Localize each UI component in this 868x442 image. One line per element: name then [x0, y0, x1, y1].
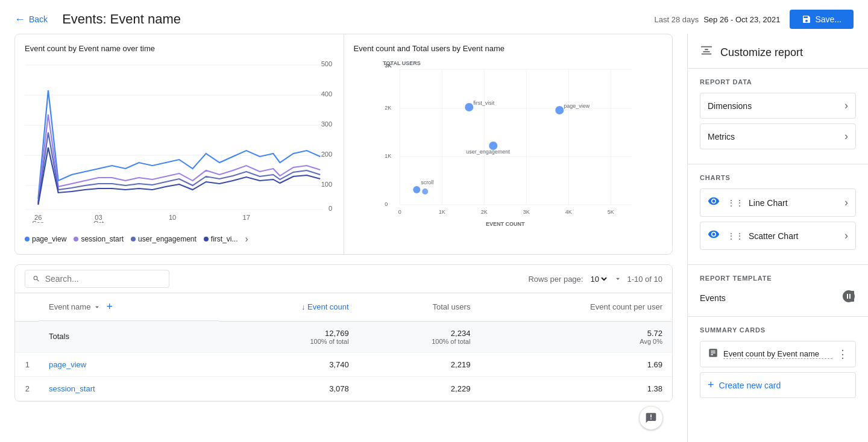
page-title: Events: Event name	[62, 11, 644, 27]
metrics-chevron-icon: ›	[844, 130, 848, 143]
row-2-event-name[interactable]: session_start	[39, 376, 218, 400]
legend-label-session-start: session_start	[81, 235, 124, 243]
template-section: REPORT TEMPLATE Events	[688, 265, 868, 317]
save-label: Save...	[815, 14, 841, 24]
scatter-chart-option-content: ⋮⋮ Scatter Chart	[727, 231, 837, 241]
col-event-count[interactable]: ↓ Event count	[218, 293, 358, 321]
create-card-label: Create new card	[719, 381, 781, 390]
feedback-icon	[645, 412, 657, 424]
charts-row: Event count by Event name over time 500 …	[14, 34, 673, 255]
svg-text:100: 100	[321, 181, 333, 188]
svg-text:4K: 4K	[565, 209, 571, 215]
svg-text:0: 0	[385, 201, 388, 207]
svg-rect-49	[701, 46, 712, 48]
col-total-users-label: Total users	[433, 302, 471, 311]
col-sort-icon	[93, 303, 101, 311]
svg-text:300: 300	[321, 121, 333, 128]
totals-per-user-sub: Avg 0%	[489, 338, 662, 345]
charts-panel-section: CHARTS ⋮⋮ Line Chart › ⋮⋮ Scatte	[688, 164, 868, 265]
pagination-info: 1-10 of 10	[627, 275, 662, 284]
svg-text:TOTAL USERS: TOTAL USERS	[383, 60, 421, 66]
scatter-chart-eye-icon	[708, 228, 720, 243]
svg-text:0: 0	[329, 205, 332, 212]
svg-text:3K: 3K	[523, 209, 529, 215]
metrics-label: Metrics	[708, 132, 735, 142]
table-toolbar: Rows per page: 10 25 50 1-10 of 10	[15, 265, 672, 293]
search-box[interactable]	[25, 270, 169, 288]
scatter-chart-container: Event count and Total users by Event nam…	[344, 34, 673, 254]
col-event-name[interactable]: Event name +	[39, 293, 218, 321]
save-button[interactable]: Save...	[790, 10, 854, 29]
legend-item-session-start: session_start	[74, 235, 124, 243]
back-label: Back	[29, 14, 48, 24]
svg-text:first_visit: first_visit	[473, 100, 495, 106]
search-icon	[33, 275, 40, 283]
dropdown-arrow-icon	[614, 275, 622, 283]
svg-text:1K: 1K	[438, 209, 445, 215]
totals-total-users-value: 2,234	[451, 329, 471, 338]
line-chart-option[interactable]: ⋮⋮ Line Chart ›	[700, 188, 856, 217]
col-row-num	[15, 293, 39, 321]
back-link[interactable]: ← Back	[14, 13, 48, 26]
date-range-value: Sep 26 - Oct 23, 2021	[703, 15, 780, 24]
panel-header-title: Customize report	[720, 46, 803, 59]
charts-panel-title: CHARTS	[700, 174, 856, 181]
template-icon-button[interactable]	[841, 289, 856, 307]
dimensions-row[interactable]: Dimensions ›	[700, 93, 856, 119]
svg-text:Sep: Sep	[32, 220, 44, 223]
summary-card-item: Event count by Event name ⋮	[700, 341, 856, 367]
totals-total-users-sub: 100% of total	[368, 338, 471, 345]
legend-item-user-engagement: user_engagement	[131, 235, 197, 243]
back-arrow-icon: ←	[14, 13, 25, 26]
scatter-chart-option-label: Scatter Chart	[749, 231, 837, 241]
svg-text:2K: 2K	[385, 105, 391, 111]
line-chart-grid-icon: ⋮⋮	[727, 198, 744, 208]
line-chart-chevron-icon: ›	[844, 196, 848, 209]
col-add-button[interactable]: +	[104, 300, 115, 313]
totals-event-count-value: 12,769	[325, 329, 349, 338]
line-chart-area: 500 400 300 200 100 0 26	[25, 60, 334, 229]
create-card-plus-icon: +	[708, 379, 714, 391]
legend-dot-user-engagement	[131, 237, 136, 241]
legend-label-first-visit: first_vi...	[211, 235, 238, 243]
svg-text:1K: 1K	[385, 153, 391, 159]
svg-text:500: 500	[321, 61, 333, 67]
totals-total-users: 2,234 100% of total	[359, 321, 480, 352]
col-per-user[interactable]: Event count per user	[480, 293, 672, 321]
legend-next-arrow[interactable]: ›	[245, 234, 248, 244]
row-1-event-count: 3,740	[218, 352, 358, 376]
row-2-event-count: 3,078	[218, 376, 358, 400]
svg-text:5K: 5K	[607, 209, 614, 215]
data-table: Event name + ↓ Event count Total users E…	[15, 293, 672, 401]
row-1-total-users: 2,219	[359, 352, 480, 376]
row-2-per-user: 1.38	[480, 376, 672, 400]
chart-legend: page_view session_start user_engagement …	[25, 234, 334, 244]
feedback-button[interactable]	[639, 406, 663, 430]
legend-item-page-view: page_view	[25, 235, 66, 243]
table-row: 1 page_view 3,740 2,219 1.69	[15, 352, 672, 376]
summary-card-more-button[interactable]: ⋮	[837, 347, 848, 361]
panel-header: Customize report	[688, 34, 868, 69]
right-panel: Customize report REPORT DATA Dimensions …	[687, 34, 868, 442]
line-chart-eye-icon	[708, 195, 720, 210]
line-chart-container: Event count by Event name over time 500 …	[15, 34, 344, 254]
totals-event-count-sub: 100% of total	[228, 338, 348, 345]
table-header-row: Event name + ↓ Event count Total users E…	[15, 293, 672, 321]
summary-card-label[interactable]: Event count by Event name	[723, 349, 832, 359]
report-data-title: REPORT DATA	[700, 78, 856, 86]
row-1-event-name[interactable]: page_view	[39, 352, 218, 376]
summary-section: SUMMARY CARDS Event count by Event name …	[688, 317, 868, 408]
scatter-chart-option[interactable]: ⋮⋮ Scatter Chart ›	[700, 222, 856, 250]
search-input[interactable]	[45, 274, 162, 284]
create-card-button[interactable]: + Create new card	[700, 372, 856, 398]
line-chart-option-label: Line Chart	[749, 198, 837, 208]
legend-dot-session-start	[74, 237, 78, 241]
template-row: Events	[700, 289, 856, 307]
line-chart-title: Event count by Event name over time	[25, 44, 334, 53]
totals-row: Totals 12,769 100% of total 2,234 100% o…	[15, 321, 672, 352]
rows-per-page-select[interactable]: 10 25 50	[588, 274, 609, 284]
summary-card-icon	[708, 347, 719, 361]
metrics-row[interactable]: Metrics ›	[700, 123, 856, 149]
svg-text:Oct: Oct	[93, 220, 104, 223]
col-total-users[interactable]: Total users	[359, 293, 480, 321]
